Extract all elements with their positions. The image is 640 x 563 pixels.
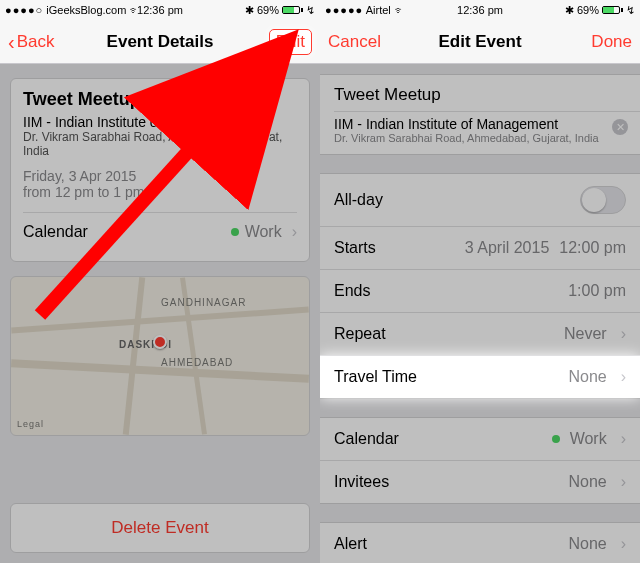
event-time: from 12 pm to 1 pm <box>23 184 297 200</box>
alert-row[interactable]: Alert None› <box>320 523 640 563</box>
allday-label: All-day <box>334 191 383 209</box>
chevron-right-icon: › <box>621 473 626 491</box>
chevron-right-icon: › <box>621 325 626 343</box>
travel-time-row[interactable]: Travel Time None› <box>320 355 640 398</box>
starts-row[interactable]: Starts 3 April 201512:00 pm <box>320 226 640 269</box>
travel-value: None <box>568 368 606 386</box>
time-section: All-day Starts 3 April 201512:00 pm Ends… <box>320 173 640 399</box>
alert-section: Alert None› Show As › <box>320 522 640 563</box>
calendar-value: Work <box>245 223 282 241</box>
ends-label: Ends <box>334 282 370 300</box>
repeat-row[interactable]: Repeat Never› <box>320 312 640 355</box>
map-city-3: AHMEDABAD <box>161 357 233 368</box>
event-location-1[interactable]: IIM - Indian Institute of Management <box>320 116 640 132</box>
edit-button[interactable]: Edit <box>269 29 312 55</box>
status-time: 12:36 pm <box>0 4 320 16</box>
phone-edit-event: ●●●●● Airtel ᯤ 12:36 pm ✱69% ↯ Cancel Ed… <box>320 0 640 563</box>
map-preview[interactable]: GANDHINAGAR DASKROI AHMEDABAD Legal <box>10 276 310 436</box>
map-pin-icon <box>153 335 167 349</box>
repeat-label: Repeat <box>334 325 386 343</box>
event-location-2: Dr. Vikram Sarabhai Road, Ahmedabad, Guj… <box>320 132 640 154</box>
allday-row: All-day <box>320 174 640 226</box>
ends-time: 1:00 pm <box>568 282 626 300</box>
event-card: Tweet Meetup IIM - Indian Institute of M… <box>10 78 310 262</box>
navbar: Cancel Edit Event Done <box>320 20 640 64</box>
event-location-2: Dr. Vikram Sarabhai Road, Ahmedabad, Guj… <box>23 130 297 158</box>
event-date: Friday, 3 Apr 2015 <box>23 168 297 184</box>
dot-green-icon <box>552 435 560 443</box>
status-bar: ●●●●● Airtel ᯤ 12:36 pm ✱69% ↯ <box>320 0 640 20</box>
chevron-right-icon: › <box>292 223 297 241</box>
calendar-value: Work <box>570 430 607 448</box>
status-bar: ●●●●○ iGeeksBlog.com ᯤ 12:36 pm ✱69% ↯ <box>0 0 320 20</box>
allday-toggle[interactable] <box>580 186 626 214</box>
chevron-left-icon: ‹ <box>8 32 15 52</box>
event-title-field[interactable]: Tweet Meetup <box>320 75 640 107</box>
starts-label: Starts <box>334 239 376 257</box>
ends-row[interactable]: Ends 1:00 pm <box>320 269 640 312</box>
event-location-1: IIM - Indian Institute of Management <box>23 114 297 130</box>
back-button[interactable]: ‹Back <box>8 32 54 52</box>
starts-time: 12:00 pm <box>559 239 626 257</box>
repeat-value: Never <box>564 325 607 343</box>
invitees-label: Invitees <box>334 473 389 491</box>
map-legal: Legal <box>17 419 44 429</box>
starts-date: 3 April 2015 <box>465 239 550 257</box>
event-title: Tweet Meetup <box>23 89 297 110</box>
calendar-row[interactable]: Calendar Work› <box>23 212 297 251</box>
cancel-button[interactable]: Cancel <box>328 32 381 52</box>
chevron-right-icon: › <box>621 430 626 448</box>
calendar-row[interactable]: Calendar Work› <box>320 418 640 460</box>
status-time: 12:36 pm <box>320 4 640 16</box>
chevron-right-icon: › <box>621 535 626 553</box>
phone-event-details: ●●●●○ iGeeksBlog.com ᯤ 12:36 pm ✱69% ↯ ‹… <box>0 0 320 563</box>
travel-label: Travel Time <box>334 368 417 386</box>
delete-event-button[interactable]: Delete Event <box>10 503 310 553</box>
alert-value: None <box>568 535 606 553</box>
calendar-section: Calendar Work› Invitees None› <box>320 417 640 504</box>
title-location-section: Tweet Meetup IIM - Indian Institute of M… <box>320 74 640 155</box>
chevron-right-icon: › <box>621 368 626 386</box>
navbar: ‹Back Event Details Edit <box>0 20 320 64</box>
invitees-value: None <box>568 473 606 491</box>
clear-location-icon[interactable]: ✕ <box>612 119 628 135</box>
alert-label: Alert <box>334 535 367 553</box>
invitees-row[interactable]: Invitees None› <box>320 460 640 503</box>
calendar-label: Calendar <box>334 430 399 448</box>
calendar-label: Calendar <box>23 223 88 241</box>
done-button[interactable]: Done <box>591 32 632 52</box>
dot-green-icon <box>231 228 239 236</box>
map-city-1: GANDHINAGAR <box>161 297 246 308</box>
